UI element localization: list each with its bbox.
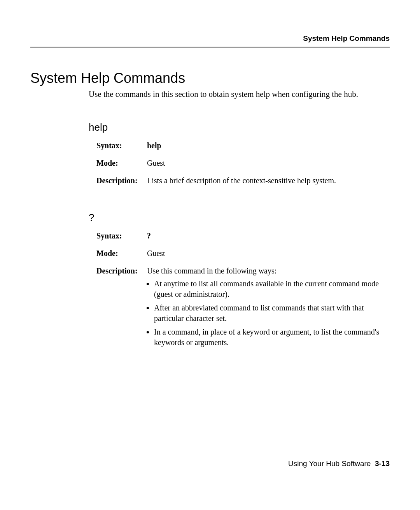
section-intro: Use the commands in this section to obta… xyxy=(89,89,390,100)
syntax-text: help xyxy=(147,141,161,150)
list-item: In a command, in place of a keyword or a… xyxy=(154,327,390,348)
syntax-value: help xyxy=(147,140,390,151)
command-help-block: help Syntax: help Mode: Guest Descriptio… xyxy=(89,121,390,186)
page-footer: Using Your Hub Software 3-13 xyxy=(288,459,390,468)
list-item: After an abbreviated command to list com… xyxy=(154,303,390,324)
mode-value: Guest xyxy=(147,158,390,168)
command-question-block: ? Syntax: ? Mode: Guest Description: Use… xyxy=(89,212,390,351)
description-label: Description: xyxy=(96,266,147,351)
syntax-text: ? xyxy=(147,231,151,240)
mode-label: Mode: xyxy=(96,248,147,259)
mode-row: Mode: Guest xyxy=(96,158,390,168)
syntax-label: Syntax: xyxy=(96,231,147,241)
running-header: System Help Commands xyxy=(30,34,390,47)
mode-label: Mode: xyxy=(96,158,147,168)
section-gap xyxy=(30,193,390,212)
syntax-row: Syntax: ? xyxy=(96,231,390,241)
list-item: At anytime to list all commands availabl… xyxy=(154,279,390,300)
mode-value: Guest xyxy=(147,248,390,259)
description-row: Description: Lists a brief description o… xyxy=(96,175,390,186)
section-title: System Help Commands xyxy=(30,70,390,86)
mode-row: Mode: Guest xyxy=(96,248,390,259)
description-value: Use this command in the following ways: … xyxy=(147,266,390,351)
syntax-value: ? xyxy=(147,231,390,241)
footer-text: Using Your Hub Software xyxy=(288,459,371,468)
footer-page-number: 3-13 xyxy=(375,459,390,468)
description-label: Description: xyxy=(96,175,147,186)
command-name: ? xyxy=(89,212,390,224)
syntax-row: Syntax: help xyxy=(96,140,390,151)
syntax-label: Syntax: xyxy=(96,140,147,151)
description-value: Lists a brief description of the context… xyxy=(147,175,390,186)
command-name: help xyxy=(89,121,390,133)
description-bullets: At anytime to list all commands availabl… xyxy=(147,279,390,348)
page: System Help Commands System Help Command… xyxy=(0,0,420,510)
description-row: Description: Use this command in the fol… xyxy=(96,266,390,351)
description-intro: Use this command in the following ways: xyxy=(147,266,276,275)
